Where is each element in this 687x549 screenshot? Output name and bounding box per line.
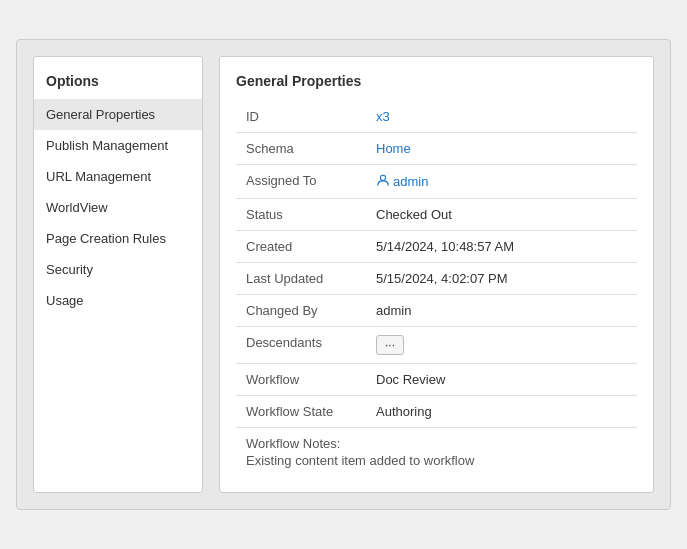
- sidebar-title: Options: [34, 67, 202, 99]
- workflow-notes-row: Workflow Notes: Existing content item ad…: [236, 428, 637, 477]
- prop-label-workflow-state: Workflow State: [236, 396, 366, 428]
- prop-value-changed-by: admin: [366, 295, 637, 327]
- prop-label-workflow: Workflow: [236, 364, 366, 396]
- prop-label-schema: Schema: [236, 133, 366, 165]
- descendants-button[interactable]: ···: [376, 335, 404, 355]
- prop-value-descendants: ···: [366, 327, 637, 364]
- sidebar: Options General Properties Publish Manag…: [33, 56, 203, 493]
- table-row: Assigned To admin: [236, 165, 637, 199]
- prop-label-changed-by: Changed By: [236, 295, 366, 327]
- table-row: Created 5/14/2024, 10:48:57 AM: [236, 231, 637, 263]
- table-row: Workflow State Authoring: [236, 396, 637, 428]
- prop-label-descendants: Descendants: [236, 327, 366, 364]
- sidebar-item-page-creation-rules[interactable]: Page Creation Rules: [34, 223, 202, 254]
- prop-value-assigned-to: admin: [366, 165, 637, 199]
- id-link[interactable]: x3: [376, 109, 390, 124]
- assigned-to-text: admin: [393, 174, 428, 189]
- prop-value-last-updated: 5/15/2024, 4:02:07 PM: [366, 263, 637, 295]
- workflow-notes-label: Workflow Notes:: [246, 436, 627, 451]
- main-content: General Properties ID x3 Schema Home Ass…: [219, 56, 654, 493]
- workflow-notes-cell: Workflow Notes: Existing content item ad…: [236, 428, 637, 477]
- prop-label-last-updated: Last Updated: [236, 263, 366, 295]
- sidebar-item-security[interactable]: Security: [34, 254, 202, 285]
- schema-link[interactable]: Home: [376, 141, 411, 156]
- sidebar-item-general-properties[interactable]: General Properties: [34, 99, 202, 130]
- prop-label-assigned-to: Assigned To: [236, 165, 366, 199]
- table-row: ID x3: [236, 101, 637, 133]
- workflow-notes-value: Existing content item added to workflow: [246, 453, 627, 468]
- table-row: Schema Home: [236, 133, 637, 165]
- sidebar-item-usage[interactable]: Usage: [34, 285, 202, 316]
- sidebar-item-url-management[interactable]: URL Management: [34, 161, 202, 192]
- table-row: Last Updated 5/15/2024, 4:02:07 PM: [236, 263, 637, 295]
- properties-table: ID x3 Schema Home Assigned To: [236, 101, 637, 476]
- user-icon: [376, 173, 390, 190]
- prop-value-created: 5/14/2024, 10:48:57 AM: [366, 231, 637, 263]
- main-title: General Properties: [236, 73, 637, 89]
- prop-label-id: ID: [236, 101, 366, 133]
- table-row: Changed By admin: [236, 295, 637, 327]
- prop-value-workflow: Doc Review: [366, 364, 637, 396]
- descendants-button-label: ···: [385, 338, 395, 352]
- outer-container: Options General Properties Publish Manag…: [16, 39, 671, 510]
- table-row: Descendants ···: [236, 327, 637, 364]
- prop-value-status: Checked Out: [366, 199, 637, 231]
- prop-value-id: x3: [366, 101, 637, 133]
- table-row: Workflow Doc Review: [236, 364, 637, 396]
- prop-value-workflow-state: Authoring: [366, 396, 637, 428]
- prop-label-created: Created: [236, 231, 366, 263]
- table-row: Status Checked Out: [236, 199, 637, 231]
- prop-label-status: Status: [236, 199, 366, 231]
- svg-point-0: [380, 175, 385, 180]
- sidebar-item-worldview[interactable]: WorldView: [34, 192, 202, 223]
- prop-value-schema: Home: [366, 133, 637, 165]
- assigned-to-link[interactable]: admin: [376, 173, 428, 190]
- sidebar-item-publish-management[interactable]: Publish Management: [34, 130, 202, 161]
